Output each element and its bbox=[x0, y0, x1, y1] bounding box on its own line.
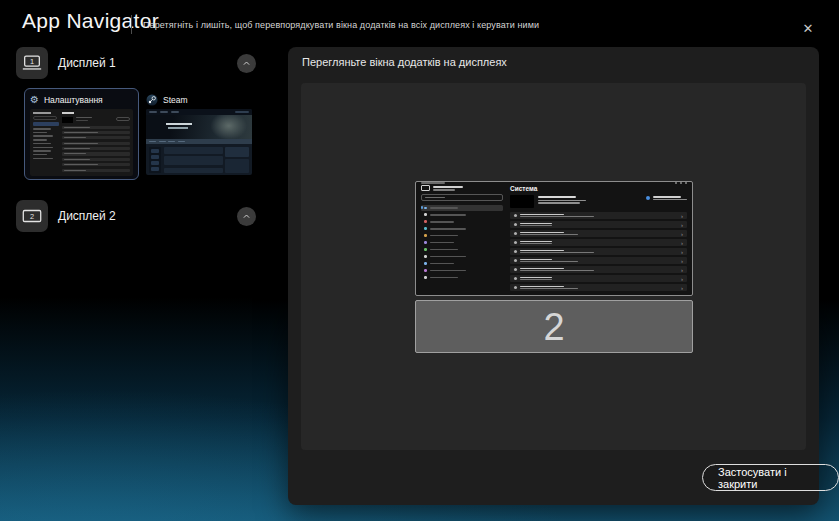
chevron-up-icon bbox=[242, 212, 251, 221]
display-2-preview-slot[interactable]: 2 bbox=[415, 300, 693, 353]
mock-line bbox=[520, 259, 552, 260]
mock-lines bbox=[520, 286, 578, 289]
mock-row bbox=[62, 142, 130, 145]
mock-nav-icon bbox=[424, 276, 427, 279]
mock-lines bbox=[76, 117, 92, 122]
mock-row-icon bbox=[514, 250, 517, 253]
mock-settings-main bbox=[62, 112, 130, 173]
mock-nav-item bbox=[421, 219, 503, 225]
mock-device-image bbox=[510, 195, 534, 208]
chevron-up-icon bbox=[242, 59, 251, 68]
mock-line bbox=[433, 189, 455, 191]
mock-nav-item bbox=[421, 268, 503, 274]
mock-row bbox=[62, 136, 130, 139]
chevron-right-icon: › bbox=[681, 222, 683, 228]
app-card-settings-title: Налаштування bbox=[44, 95, 103, 105]
laptop-display-icon: 1 bbox=[21, 52, 43, 74]
mock-lines bbox=[520, 277, 552, 280]
mock-device-row bbox=[62, 117, 130, 123]
mock-line bbox=[520, 243, 552, 244]
mock-block bbox=[225, 147, 249, 157]
mock-steam-side bbox=[225, 147, 249, 173]
mock-nav-item bbox=[421, 205, 503, 211]
mock-thumb bbox=[151, 161, 159, 165]
mock-row bbox=[62, 152, 130, 155]
mock-row-icon bbox=[514, 214, 517, 217]
mock-line bbox=[33, 150, 51, 152]
app-card-steam[interactable]: Steam bbox=[141, 89, 253, 177]
mock-block bbox=[164, 156, 223, 165]
mock-line bbox=[160, 111, 168, 113]
mock-device-row bbox=[510, 195, 687, 208]
mock-nav-item bbox=[421, 212, 503, 218]
chevron-right-icon: › bbox=[681, 267, 683, 273]
mock-nav-item bbox=[421, 261, 503, 267]
mock-line bbox=[653, 196, 681, 198]
mock-settings-sidebar bbox=[421, 184, 503, 291]
mock-nav-icon bbox=[424, 213, 427, 216]
mock-line bbox=[33, 112, 51, 114]
mock-lines bbox=[520, 214, 594, 217]
mock-line bbox=[64, 143, 98, 144]
mock-row-icon bbox=[514, 223, 517, 226]
mock-line bbox=[430, 235, 458, 237]
mock-line bbox=[520, 261, 578, 262]
mock-settings-sidebar bbox=[33, 112, 59, 173]
mock-nav-item bbox=[421, 240, 503, 246]
mock-line bbox=[430, 228, 466, 230]
mock-settings-row: › bbox=[510, 239, 687, 246]
display-2-collapse-button[interactable] bbox=[237, 207, 256, 226]
mock-steam-body bbox=[146, 144, 252, 175]
mock-block bbox=[225, 159, 249, 173]
mock-row-icon bbox=[514, 277, 517, 280]
mock-line bbox=[33, 143, 51, 145]
mock-lines bbox=[538, 195, 586, 208]
app-card-settings[interactable]: ⚙ Налаштування bbox=[24, 88, 139, 180]
mock-game-hero bbox=[146, 115, 252, 139]
mock-thumb bbox=[151, 149, 159, 153]
page-title: App Navigator bbox=[22, 9, 159, 33]
mock-line bbox=[33, 147, 53, 149]
steam-window-thumbnail bbox=[146, 109, 252, 175]
apply-and-close-button[interactable]: Застосувати і закрити bbox=[702, 464, 839, 491]
mock-line bbox=[235, 111, 249, 113]
mock-line bbox=[149, 111, 157, 113]
mock-line bbox=[520, 277, 552, 278]
mock-line bbox=[159, 141, 166, 143]
apply-and-close-label: Застосувати і закрити bbox=[718, 466, 823, 490]
mock-account-row bbox=[421, 185, 503, 191]
mock-nav-icon bbox=[424, 269, 427, 272]
mock-lines bbox=[520, 241, 552, 244]
mock-settings-row: › bbox=[510, 212, 687, 219]
mock-row bbox=[62, 131, 130, 134]
title-divider bbox=[131, 15, 132, 34]
header-hint-text: Перетягніть і лишіть, щоб перевпорядкува… bbox=[143, 20, 539, 30]
mock-row bbox=[62, 126, 130, 129]
mock-settings-row: › bbox=[510, 221, 687, 228]
mock-settings-main: Система bbox=[510, 184, 687, 291]
mock-line bbox=[76, 120, 88, 122]
preview-panel-title: Перегляньте вікна додатків на дисплеях bbox=[302, 56, 507, 68]
mock-device-image bbox=[62, 117, 73, 123]
mock-line bbox=[430, 256, 466, 258]
display-2-label: Дисплей 2 bbox=[58, 209, 116, 223]
mock-nav-item bbox=[421, 233, 503, 239]
mock-line bbox=[33, 139, 47, 141]
mock-line bbox=[33, 158, 53, 160]
chevron-right-icon: › bbox=[681, 258, 683, 264]
mock-block bbox=[164, 168, 223, 173]
mock-settings-rows bbox=[62, 126, 130, 172]
close-icon[interactable]: ✕ bbox=[798, 18, 818, 38]
app-card-settings-header: ⚙ Налаштування bbox=[30, 94, 133, 106]
mock-device-icon bbox=[421, 185, 430, 191]
mock-steam-list bbox=[149, 147, 161, 173]
mock-line bbox=[520, 225, 552, 226]
mock-line bbox=[538, 196, 576, 198]
mock-button bbox=[116, 117, 130, 121]
mock-line bbox=[653, 199, 687, 200]
mock-line bbox=[520, 223, 552, 224]
mock-line bbox=[33, 154, 47, 156]
display-1-collapse-button[interactable] bbox=[237, 54, 256, 73]
display-1-preview-window[interactable]: Система bbox=[415, 181, 693, 296]
chevron-right-icon: › bbox=[681, 213, 683, 219]
